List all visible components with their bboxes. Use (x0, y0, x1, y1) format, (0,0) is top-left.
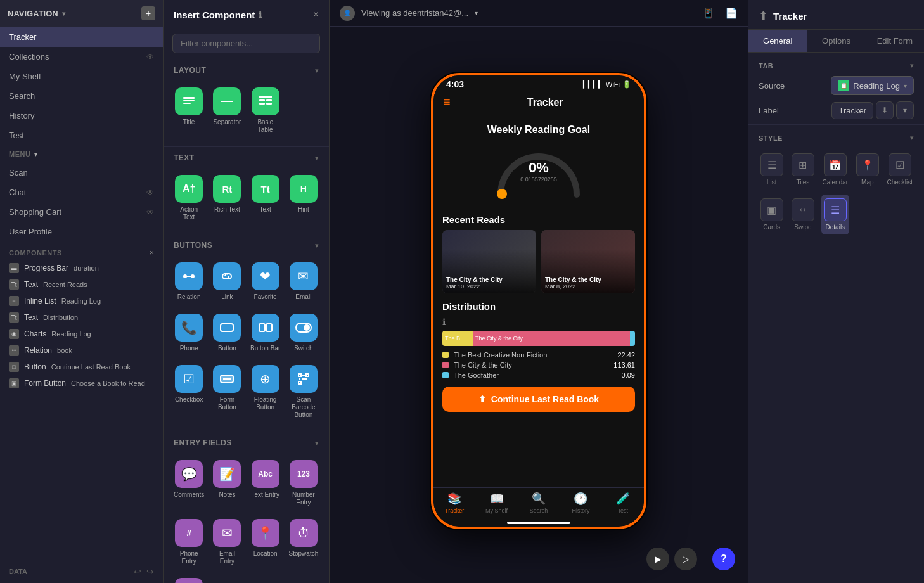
comp-favorite[interactable]: ❤ Favorite (248, 257, 283, 306)
layout-section-header[interactable]: LAYOUT ▾ (164, 60, 329, 80)
tab-section-header: TAB ▾ (759, 61, 914, 70)
tab-general[interactable]: General (748, 30, 807, 52)
comp-title[interactable]: Title (171, 82, 207, 139)
comp-number-entry[interactable]: 123 Number Entry (286, 455, 321, 511)
undo-icon[interactable]: ↩ (134, 567, 141, 577)
component-progress-bar[interactable]: ▬ Progress Bar duration (0, 260, 163, 276)
comp-button[interactable]: Button (209, 309, 245, 357)
comp-switch[interactable]: Switch (286, 309, 321, 357)
nav-item-scan[interactable]: Scan (0, 163, 163, 183)
style-details[interactable]: ☰ Details (821, 195, 850, 234)
comp-floating-button[interactable]: ⊕ Floating Button (248, 360, 283, 424)
style-map-label: Map (861, 179, 873, 186)
style-list[interactable]: ☰ List (759, 150, 785, 189)
phone-tab-search[interactable]: 🔍 Search (518, 492, 560, 514)
comp-checkbox[interactable]: ☑ Checkbox (171, 360, 207, 424)
help-button[interactable]: ? (712, 548, 735, 570)
label-expand-button[interactable]: ▾ (896, 101, 914, 119)
comp-comments[interactable]: 💬 Comments (171, 455, 207, 511)
nav-item-test[interactable]: Test (0, 125, 163, 145)
component-form-button[interactable]: ▣ Form Button Choose a Book to Read (0, 375, 163, 392)
nav-item-chat[interactable]: Chat 👁 (0, 183, 163, 202)
filter-components-input[interactable] (172, 34, 320, 53)
comp-phone[interactable]: 📞 Phone (171, 309, 207, 357)
component-text-dist[interactable]: Tt Text Distribution (0, 309, 163, 326)
play-button[interactable]: ▶ (646, 548, 669, 570)
style-cards[interactable]: ▣ Cards (759, 195, 785, 234)
continue-button[interactable]: ⬆ Continue Last Read Book (442, 387, 635, 412)
comp-email[interactable]: ✉ Email (286, 257, 321, 306)
comp-basic-table[interactable]: Basic Table (248, 82, 283, 139)
nav-item-shopping-cart[interactable]: Shopping Cart 👁 (0, 202, 163, 222)
nav-add-button[interactable]: + (141, 6, 155, 20)
history-tab-label: History (572, 508, 589, 514)
phone-wrapper: 4:03 ▎▎▎▎ WiFi 🔋 ≡ Tracker Weekly Re (431, 73, 646, 529)
book-card-0[interactable]: The City & the City Mar 10, 2022 (442, 230, 536, 293)
component-button[interactable]: □ Button Continue Last Read Book (0, 359, 163, 375)
tab-edit-form[interactable]: Edit Form (866, 30, 924, 52)
entry-fields-header[interactable]: ENTRY FIELDS ▾ (164, 432, 329, 452)
text-dist-icon: Tt (9, 312, 19, 323)
tab-options[interactable]: Options (807, 30, 865, 52)
style-checklist[interactable]: ☑ Checklist (885, 150, 914, 189)
style-calendar[interactable]: 📅 Calendar (821, 150, 850, 189)
comp-email-entry[interactable]: ✉ Email Entry (209, 514, 245, 570)
dist-bar-city: The City & the City (473, 331, 630, 346)
myshelf-tab-icon: 📖 (490, 492, 504, 506)
buttons-section-header[interactable]: BUTTONS ▾ (164, 234, 329, 255)
comp-form-button[interactable]: Form Button (209, 360, 245, 424)
comp-text[interactable]: Tt Text (248, 170, 283, 226)
component-text-recent[interactable]: Tt Text Recent Reads (0, 276, 163, 293)
comp-hint[interactable]: H Hint (286, 170, 321, 226)
nav-item-myshelf[interactable]: My Shelf (0, 67, 163, 86)
comp-text-entry[interactable]: Abc Text Entry (248, 455, 283, 511)
nav-item-collections[interactable]: Collections 👁 (0, 47, 163, 67)
comp-button-bar[interactable]: Button Bar (248, 309, 283, 357)
comp-rich-text[interactable]: Rt Rich Text (209, 170, 245, 226)
book-card-1[interactable]: The City & the City Mar 8, 2022 (541, 230, 635, 293)
style-tiles[interactable]: ⊞ Tiles (790, 150, 816, 189)
label-download-button[interactable]: ⬇ (876, 101, 894, 119)
switch-icon (290, 314, 318, 342)
book-card-info-1: The City & the City Mar 8, 2022 (545, 276, 631, 290)
nav-item-search[interactable]: Search (0, 86, 163, 106)
comp-action-text[interactable]: A† Action Text (171, 170, 207, 226)
comp-relation[interactable]: Relation (171, 257, 207, 306)
nav-item-tracker[interactable]: Tracker (0, 27, 163, 47)
components-close-icon[interactable]: × (149, 248, 154, 257)
location-icon: 📍 (252, 519, 279, 547)
label-input[interactable]: Tracker (831, 102, 873, 119)
comp-notes[interactable]: 📝 Notes (209, 455, 245, 511)
nav-item-user-profile[interactable]: User Profile (0, 222, 163, 241)
viewer-bar: 👤 Viewing as deentristan42@... ▾ 📱 📄 (330, 0, 748, 27)
forward-button[interactable]: ▷ (674, 548, 697, 570)
phone-tab-myshelf[interactable]: 📖 My Shelf (475, 492, 517, 514)
component-relation[interactable]: •• Relation book (0, 342, 163, 359)
text-section-header[interactable]: TEXT ▾ (164, 147, 329, 167)
comp-separator[interactable]: Separator (209, 82, 245, 139)
phone-device-icon[interactable]: 📱 (702, 7, 715, 19)
dist-bar-nonfiction: The B... (442, 331, 473, 346)
style-swipe[interactable]: ↔ Swipe (790, 195, 816, 234)
comp-phone-entry[interactable]: # Phone Entry (171, 514, 207, 570)
phone-tab-history[interactable]: 🕐 History (560, 492, 601, 514)
comp-location[interactable]: 📍 Location (248, 514, 283, 570)
nav-item-history[interactable]: History (0, 106, 163, 125)
source-select[interactable]: 📋 Reading Log ▾ (831, 76, 914, 95)
redo-icon[interactable]: ↪ (146, 567, 154, 577)
comp-signature[interactable]: ✍ Signature (171, 573, 207, 583)
style-map[interactable]: 📍 Map (854, 150, 880, 189)
hamburger-icon[interactable]: ≡ (444, 96, 451, 109)
svg-rect-3 (221, 101, 233, 102)
phone-tab-tracker[interactable]: 📚 Tracker (433, 492, 475, 514)
comp-stopwatch[interactable]: ⏱ Stopwatch (286, 514, 321, 570)
style-details-icon: ☰ (824, 198, 847, 221)
tablet-device-icon[interactable]: 📄 (725, 7, 738, 19)
viewer-chevron-icon[interactable]: ▾ (475, 10, 478, 16)
component-inline-list[interactable]: ≡ Inline List Reading Log (0, 293, 163, 309)
component-charts[interactable]: ◉ Charts Reading Log (0, 326, 163, 342)
comp-link[interactable]: Link (209, 257, 245, 306)
phone-tab-test[interactable]: 🧪 Test (602, 492, 644, 514)
insert-close-button[interactable]: × (313, 9, 319, 20)
comp-scan-barcode[interactable]: Scan Barcode Button (286, 360, 321, 424)
